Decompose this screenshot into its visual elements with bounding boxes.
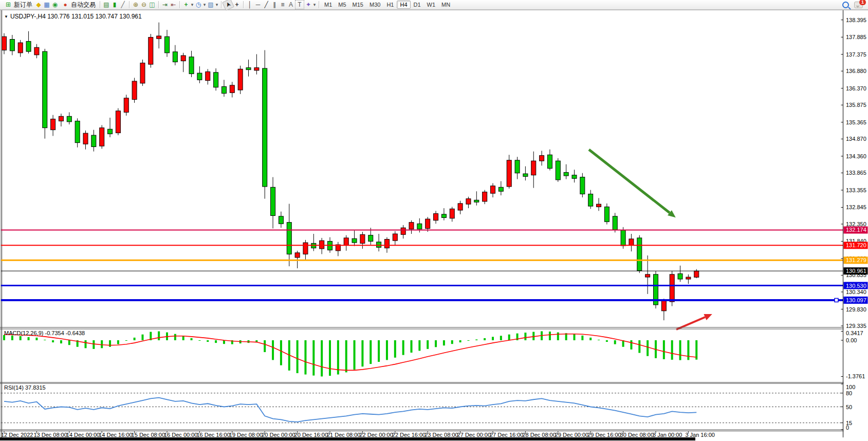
svg-text:133.355: 133.355	[846, 187, 866, 193]
timeframe-d1[interactable]: D1	[411, 1, 424, 9]
window-bottom-edge	[0, 437, 695, 440]
channel-tool-icon[interactable]: ∥	[270, 1, 279, 9]
label-tool[interactable]: T	[295, 0, 304, 9]
svg-text:129.830: 129.830	[846, 306, 866, 313]
toolbar-separator	[221, 1, 221, 8]
line-chart-icon[interactable]: ╱	[119, 1, 127, 9]
timeframe-m1[interactable]: M1	[321, 1, 335, 9]
notification-badge: 1	[859, 0, 866, 5]
svg-text:135.365: 135.365	[846, 119, 866, 125]
svg-text:0.3417: 0.3417	[846, 330, 863, 336]
chart-title-text: USDJPY-,H4 130.776 131.015 130.747 130.9…	[10, 13, 142, 20]
search-icon[interactable]	[842, 2, 849, 8]
trend-arrows-layer[interactable]	[589, 150, 712, 329]
zoom-in-icon[interactable]: ⊕	[132, 1, 140, 9]
svg-text:132.350: 132.350	[846, 221, 866, 227]
vline-tool-icon[interactable]: │	[246, 1, 254, 9]
svg-text:132.845: 132.845	[846, 204, 866, 210]
signal-icon[interactable]: ◉	[51, 1, 59, 9]
svg-text:134.360: 134.360	[846, 153, 866, 159]
chart-shift-icon[interactable]: ⇤	[169, 1, 177, 9]
macd-label: MACD(12,26,9) -0.7354 -0.6438	[4, 330, 85, 336]
indicators-icon[interactable]: +	[182, 1, 190, 9]
hline-tool-icon[interactable]: ─	[254, 1, 262, 9]
svg-text:0.00: 0.00	[846, 337, 857, 343]
toolbar: ⊞ 新订单 ◆ ▦ ◉ ● 自动交易 ▤ ▮ ╱ ⊕ ⊖ ◫ ⇥ ⇤ + ▾ ◷…	[0, 0, 868, 10]
notifications-icon[interactable]: 1	[854, 2, 863, 8]
svg-text:129.335: 129.335	[846, 323, 866, 329]
arrows-caret-icon[interactable]: ▾	[312, 1, 317, 9]
timeframe-m15[interactable]: M15	[349, 1, 366, 9]
price-lines-layer[interactable]	[1, 230, 843, 302]
bars-chart-icon[interactable]: ▤	[102, 1, 110, 9]
new-order-button[interactable]: ⊞ 新订单	[2, 1, 34, 9]
svg-text:130.097: 130.097	[846, 297, 866, 303]
text-tool[interactable]: A	[287, 1, 295, 9]
toolbar-separator	[100, 1, 100, 8]
hline-handle	[835, 298, 838, 302]
svg-text:-1.3761: -1.3761	[846, 373, 865, 379]
autotrading-icon: ●	[61, 1, 69, 9]
svg-text:130.340: 130.340	[846, 289, 866, 295]
toolbar-separator	[129, 1, 130, 8]
timeframe-h1[interactable]: H1	[383, 1, 397, 9]
svg-text:137.885: 137.885	[846, 34, 866, 40]
svg-text:136.370: 136.370	[846, 85, 866, 91]
toolbar-separator	[243, 1, 244, 8]
chart-canvas[interactable]: 138.395137.885137.375136.880136.370135.8…	[0, 0, 868, 441]
svg-text:132.174: 132.174	[846, 227, 866, 233]
rsi-label: RSI(14) 37.8315	[4, 384, 46, 391]
indicators-caret-icon[interactable]: ▾	[190, 1, 194, 9]
periods-caret-icon[interactable]: ▾	[202, 1, 207, 9]
svg-text:138.395: 138.395	[846, 17, 866, 23]
chart-title: ▼USDJPY-,H4 130.776 131.015 130.747 130.…	[4, 13, 142, 20]
svg-text:131.720: 131.720	[846, 242, 866, 248]
templates-icon[interactable]: ▧	[207, 1, 215, 9]
new-order-icon: ⊞	[4, 1, 12, 9]
arrows-tool-icon[interactable]: ✦	[304, 1, 312, 9]
svg-text:131.279: 131.279	[846, 257, 866, 263]
zoom-out-icon[interactable]: ⊖	[140, 1, 148, 9]
autotrading-label: 自动交易	[71, 1, 96, 9]
svg-text:136.880: 136.880	[846, 68, 866, 74]
svg-text:134.870: 134.870	[846, 136, 866, 142]
toolbar-separator	[319, 1, 319, 8]
fibonacci-tool-icon[interactable]: ≡	[279, 1, 287, 9]
timeframe-m30[interactable]: M30	[366, 1, 383, 9]
autotrading-button[interactable]: ● 自动交易	[59, 1, 98, 9]
trendline-tool-icon[interactable]: ╱	[262, 1, 270, 9]
macd-signal-line	[4, 334, 696, 371]
crosshair-tool-icon[interactable]: +	[233, 1, 241, 9]
chart-window-icon[interactable]: ▦	[43, 1, 51, 9]
svg-text:135.875: 135.875	[846, 102, 866, 108]
toolbar-separator	[158, 1, 159, 8]
templates-caret-icon[interactable]: ▾	[215, 1, 219, 9]
chart-menu-icon[interactable]: ▼	[4, 14, 8, 19]
svg-text:137.375: 137.375	[846, 51, 866, 58]
svg-text:100: 100	[846, 384, 855, 390]
mt4-window: ⊞ 新订单 ◆ ▦ ◉ ● 自动交易 ▤ ▮ ╱ ⊕ ⊖ ◫ ⇥ ⇤ + ▾ ◷…	[0, 0, 868, 441]
green-down-arrow	[589, 150, 670, 213]
tile-windows-icon[interactable]: ◫	[148, 1, 156, 9]
timeframe-w1[interactable]: W1	[424, 1, 439, 9]
autoscroll-icon[interactable]: ⇥	[161, 1, 169, 9]
svg-text:50: 50	[846, 404, 852, 410]
window-frame	[0, 10, 868, 438]
toolbar-separator	[179, 1, 180, 8]
timeframe-h4[interactable]: H4	[397, 1, 410, 9]
rsi-line	[4, 398, 696, 422]
new-order-label: 新订单	[14, 1, 32, 9]
candles-chart-icon[interactable]: ▮	[110, 1, 119, 9]
svg-text:133.865: 133.865	[846, 170, 866, 176]
timeframe-mn[interactable]: MN	[438, 1, 453, 9]
macd-pane: 0.34170.00-1.3761	[3, 330, 865, 379]
svg-text:130.530: 130.530	[846, 283, 866, 289]
rsi-pane: 1008050150	[1, 384, 855, 431]
timeframe-m5[interactable]: M5	[335, 1, 349, 9]
candles-layer	[2, 23, 699, 321]
svg-text:80: 80	[846, 390, 852, 396]
pane-separators[interactable]	[0, 327, 844, 431]
eraser-icon[interactable]: ◆	[34, 1, 43, 9]
periods-icon[interactable]: ◷	[194, 1, 202, 9]
svg-text:130.961: 130.961	[846, 268, 866, 274]
